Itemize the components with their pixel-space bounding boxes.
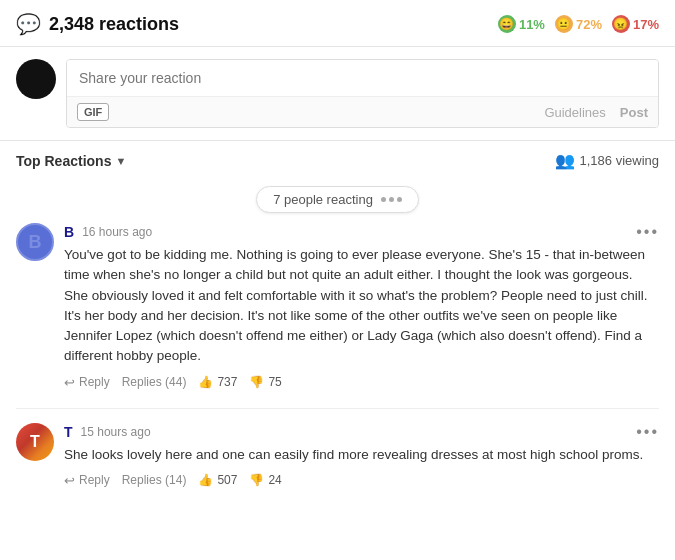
negative-pct: 17% <box>633 17 659 32</box>
comment-b-replies-button[interactable]: Replies (44) <box>122 375 187 389</box>
people-reacting-banner: 7 people reacting <box>0 180 675 223</box>
comment-t-author: T <box>64 424 73 440</box>
thumbs-up-icon-b: 👍 <box>198 375 213 389</box>
compose-actions: Guidelines Post <box>544 105 648 120</box>
comment-b-reply-label: Reply <box>79 375 110 389</box>
thumbs-up-icon-t: 👍 <box>198 473 213 487</box>
comment-b-reply-button[interactable]: ↩ Reply <box>64 375 110 390</box>
comment-t-actions: ↩ Reply Replies (14) 👍 507 👎 24 <box>64 473 659 488</box>
comment-t-upvotes: 507 <box>217 473 237 487</box>
positive-reaction: 😄 11% <box>498 15 545 33</box>
negative-reaction: 😠 17% <box>612 15 659 33</box>
people-reacting-pill[interactable]: 7 people reacting <box>256 186 419 213</box>
table-row: B B 16 hours ago ••• You've got to be ki… <box>16 223 659 390</box>
top-reactions-toggle[interactable]: Top Reactions ▼ <box>16 153 126 169</box>
comment-t-author-info: T 15 hours ago <box>64 424 151 440</box>
comment-b-time: 16 hours ago <box>82 225 152 239</box>
comment-t-downvote-button[interactable]: 👎 24 <box>249 473 281 487</box>
comment-t-time: 15 hours ago <box>81 425 151 439</box>
comment-b-meta: B 16 hours ago ••• <box>64 223 659 241</box>
happy-emoji: 😄 <box>498 15 516 33</box>
comment-b-author-info: B 16 hours ago <box>64 224 152 240</box>
comment-t-content: T 15 hours ago ••• She looks lovely here… <box>64 423 659 488</box>
neutral-emoji: 😐 <box>555 15 573 33</box>
avatar-letter-b: B <box>29 232 42 253</box>
comment-b-body: You've got to be kidding me. Nothing is … <box>64 245 659 367</box>
comment-b-downvotes: 75 <box>268 375 281 389</box>
avatar: B <box>16 223 54 261</box>
viewing-count: 👥 1,186 viewing <box>555 151 660 170</box>
avatar-letter-t: T <box>30 433 40 451</box>
top-reactions-bar: Top Reactions ▼ 👥 1,186 viewing <box>0 141 675 180</box>
dot-1 <box>381 197 386 202</box>
comment-t-reply-label: Reply <box>79 473 110 487</box>
comment-t-body: She looks lovely here and one can easily… <box>64 445 659 465</box>
comment-b-content: B 16 hours ago ••• You've got to be kidd… <box>64 223 659 390</box>
comment-t-replies-label: Replies (14) <box>122 473 187 487</box>
comment-t-upvote-button[interactable]: 👍 507 <box>198 473 237 487</box>
comment-b-downvote-button[interactable]: 👎 75 <box>249 375 281 389</box>
positive-pct: 11% <box>519 17 545 32</box>
top-reactions-label: Top Reactions <box>16 153 111 169</box>
compose-area: GIF Guidelines Post <box>0 47 675 141</box>
comment-section: B B 16 hours ago ••• You've got to be ki… <box>0 223 675 488</box>
comment-t-meta: T 15 hours ago ••• <box>64 423 659 441</box>
comment-t-downvotes: 24 <box>268 473 281 487</box>
reactions-count-label: 2,348 reactions <box>49 14 179 35</box>
reactions-title: 💬 2,348 reactions <box>16 12 179 36</box>
neutral-reaction: 😐 72% <box>555 15 602 33</box>
thumbs-down-icon-t: 👎 <box>249 473 264 487</box>
comment-b-upvotes: 737 <box>217 375 237 389</box>
comment-divider <box>16 408 659 409</box>
reply-icon-t: ↩ <box>64 473 75 488</box>
gif-button[interactable]: GIF <box>77 103 109 121</box>
chevron-down-icon: ▼ <box>115 155 126 167</box>
post-button[interactable]: Post <box>620 105 648 120</box>
dot-2 <box>389 197 394 202</box>
reply-icon-b: ↩ <box>64 375 75 390</box>
viewing-count-label: 1,186 viewing <box>580 153 660 168</box>
people-reacting-label: 7 people reacting <box>273 192 373 207</box>
comment-b-upvote-button[interactable]: 👍 737 <box>198 375 237 389</box>
comment-b-more-button[interactable]: ••• <box>636 223 659 241</box>
comment-b-author: B <box>64 224 74 240</box>
comment-t-reply-button[interactable]: ↩ Reply <box>64 473 110 488</box>
compose-footer: GIF Guidelines Post <box>67 96 658 127</box>
people-viewing-icon: 👥 <box>555 151 575 170</box>
avatar: T <box>16 423 54 461</box>
comment-t-more-button[interactable]: ••• <box>636 423 659 441</box>
reaction-input[interactable] <box>67 60 658 96</box>
table-row: T T 15 hours ago ••• She looks lovely he… <box>16 423 659 488</box>
thumbs-down-icon-b: 👎 <box>249 375 264 389</box>
user-avatar <box>16 59 56 99</box>
loading-dots <box>381 197 402 202</box>
dot-3 <box>397 197 402 202</box>
sad-emoji: 😠 <box>612 15 630 33</box>
reactions-header: 💬 2,348 reactions 😄 11% 😐 72% 😠 17% <box>0 0 675 47</box>
neutral-pct: 72% <box>576 17 602 32</box>
comment-t-replies-button[interactable]: Replies (14) <box>122 473 187 487</box>
comment-icon: 💬 <box>16 12 41 36</box>
reaction-percentages: 😄 11% 😐 72% 😠 17% <box>498 15 659 33</box>
compose-box: GIF Guidelines Post <box>66 59 659 128</box>
comment-b-actions: ↩ Reply Replies (44) 👍 737 👎 75 <box>64 375 659 390</box>
guidelines-link[interactable]: Guidelines <box>544 105 605 120</box>
comment-b-replies-label: Replies (44) <box>122 375 187 389</box>
